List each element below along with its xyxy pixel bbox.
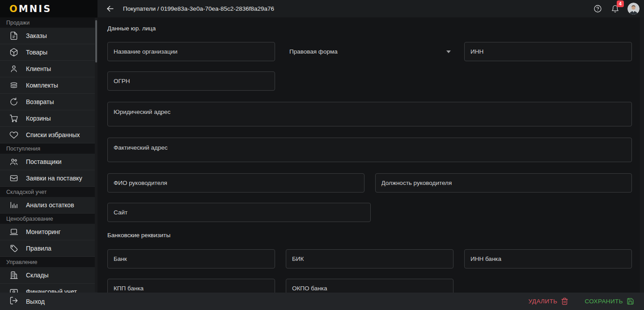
clients-icon	[9, 64, 18, 73]
form-row-4	[107, 138, 632, 162]
sidebar-item-monitoring[interactable]: Мониторинг	[0, 224, 97, 240]
section-pricing: Ценообразование	[0, 214, 97, 224]
sidebar: OMNIS Продажи Заказы Товары Клиенты Комп…	[0, 0, 97, 310]
logo-letter-o: O	[9, 4, 19, 14]
omnis-logo[interactable]: OMNIS	[9, 4, 51, 14]
legal-form-select[interactable]: Правовая форма	[286, 42, 453, 61]
sidebar-item-label: Клиенты	[26, 65, 51, 72]
bank-inn-input[interactable]	[464, 249, 632, 268]
back-button[interactable]	[106, 4, 116, 14]
avatar-image	[627, 3, 640, 15]
trash-icon	[561, 297, 568, 305]
topbar: Покупатели / 0199e83a-3e0a-70ea-85c2-283…	[97, 0, 644, 17]
logo-rest: MNIS	[19, 4, 51, 14]
page-scrollbar-track	[640, 17, 644, 293]
sidebar-item-warehouses[interactable]: Склады	[0, 267, 97, 284]
bank-kpp-input[interactable]	[107, 279, 275, 293]
save-icon	[627, 297, 634, 305]
form-row-1: Правовая форма	[107, 42, 632, 61]
ogrn-input[interactable]	[107, 71, 275, 91]
bank-okpo-input[interactable]	[286, 279, 453, 293]
logout-icon	[9, 296, 18, 306]
section-label: Ценообразование	[6, 216, 53, 222]
sidebar-item-label: Анализ остатков	[26, 201, 74, 209]
wishlists-icon	[9, 130, 18, 139]
help-button[interactable]	[593, 4, 602, 14]
footer-action-bar: УДАЛИТЬ СОХРАНИТЬ	[97, 293, 644, 310]
sidebar-item-label: Правила	[26, 245, 51, 252]
sidebar-scrollbar-thumb[interactable]	[95, 20, 97, 63]
save-button-label: СОХРАНИТЬ	[585, 298, 623, 305]
delete-button-label: УДАЛИТЬ	[528, 298, 557, 305]
sidebar-item-kits[interactable]: Комплекты	[0, 77, 97, 94]
sidebar-item-label: Заявки на поставку	[26, 175, 82, 182]
sidebar-item-stock-analysis[interactable]: Анализ остатков	[0, 197, 97, 214]
logout-label: Выход	[26, 298, 45, 305]
section-sales: Продажи	[0, 17, 97, 28]
section-warehouse-accounting: Складской учет	[0, 187, 97, 197]
sidebar-item-label: Поставщики	[26, 158, 62, 165]
sidebar-item-carts[interactable]: Корзины	[0, 110, 97, 127]
website-input[interactable]	[107, 203, 371, 222]
sidebar-item-label: Корзины	[26, 115, 51, 122]
sidebar-item-label: Склады	[26, 272, 49, 279]
form-row-3	[107, 102, 632, 126]
sidebar-item-suppliers[interactable]: Поставщики	[0, 154, 97, 170]
sidebar-item-supply-requests[interactable]: Заявки на поставку	[0, 170, 97, 187]
section-incoming: Поступления	[0, 143, 97, 154]
carts-icon	[9, 114, 18, 123]
form-content: Данные юр. лица Правовая форма Банк	[97, 17, 644, 293]
form-row-6	[107, 203, 632, 222]
form-row-7	[107, 249, 632, 268]
breadcrumb: Покупатели / 0199e83a-3e0a-70ea-85c2-283…	[123, 5, 274, 12]
sidebar-item-wishlists[interactable]: Списки избранных	[0, 127, 97, 143]
section-management: Управление	[0, 257, 97, 267]
topbar-actions: 4	[593, 3, 640, 15]
sidebar-item-rules[interactable]: Правила	[0, 240, 97, 257]
sidebar-item-clients[interactable]: Клиенты	[0, 61, 97, 77]
finance-icon	[9, 287, 18, 293]
sidebar-item-logout[interactable]: Выход	[0, 293, 97, 310]
sidebar-item-label: Возвраты	[26, 98, 54, 105]
sidebar-item-label: Комплекты	[26, 82, 58, 89]
sidebar-item-orders[interactable]: Заказы	[0, 28, 97, 44]
legal-entity-section-title: Данные юр. лица	[107, 25, 632, 32]
supply-requests-icon	[9, 174, 18, 183]
chevron-down-icon	[446, 50, 451, 53]
section-label: Складской учет	[6, 189, 47, 195]
director-name-input[interactable]	[107, 173, 364, 193]
monitoring-icon	[9, 227, 18, 236]
legal-form-label: Правовая форма	[289, 48, 338, 55]
section-label: Поступления	[6, 146, 40, 152]
notifications-button[interactable]: 4	[610, 4, 620, 14]
notification-badge: 4	[617, 0, 624, 7]
delete-button[interactable]: УДАЛИТЬ	[528, 297, 568, 305]
actual-address-textarea[interactable]	[107, 138, 632, 162]
sidebar-item-finance[interactable]: Финансовый учет	[0, 284, 97, 293]
inn-input[interactable]	[464, 42, 632, 61]
sidebar-item-products[interactable]: Товары	[0, 44, 97, 61]
sidebar-item-returns[interactable]: Возвраты	[0, 94, 97, 110]
sidebar-item-label: Заказы	[26, 32, 47, 39]
spacer	[464, 279, 632, 293]
section-label: Управление	[6, 259, 38, 265]
form-row-5	[107, 173, 632, 193]
rules-icon	[9, 244, 18, 253]
user-avatar[interactable]	[627, 3, 640, 15]
form-row-2	[107, 71, 632, 91]
returns-icon	[9, 97, 18, 106]
bank-input[interactable]	[107, 249, 275, 268]
section-label: Продажи	[6, 20, 30, 26]
legal-address-textarea[interactable]	[107, 102, 632, 126]
sidebar-item-label: Списки избранных	[26, 131, 80, 138]
sidebar-item-label: Мониторинг	[26, 228, 61, 235]
org-name-input[interactable]	[107, 42, 275, 61]
bank-details-section-title: Банковские реквизиты	[107, 232, 632, 239]
sidebar-menu: Продажи Заказы Товары Клиенты Комплекты …	[0, 17, 97, 293]
form-row-8	[107, 279, 632, 293]
bik-input[interactable]	[286, 249, 453, 268]
help-icon	[593, 4, 602, 13]
director-position-input[interactable]	[375, 173, 632, 193]
save-button[interactable]: СОХРАНИТЬ	[585, 297, 634, 305]
warehouses-icon	[9, 271, 18, 280]
